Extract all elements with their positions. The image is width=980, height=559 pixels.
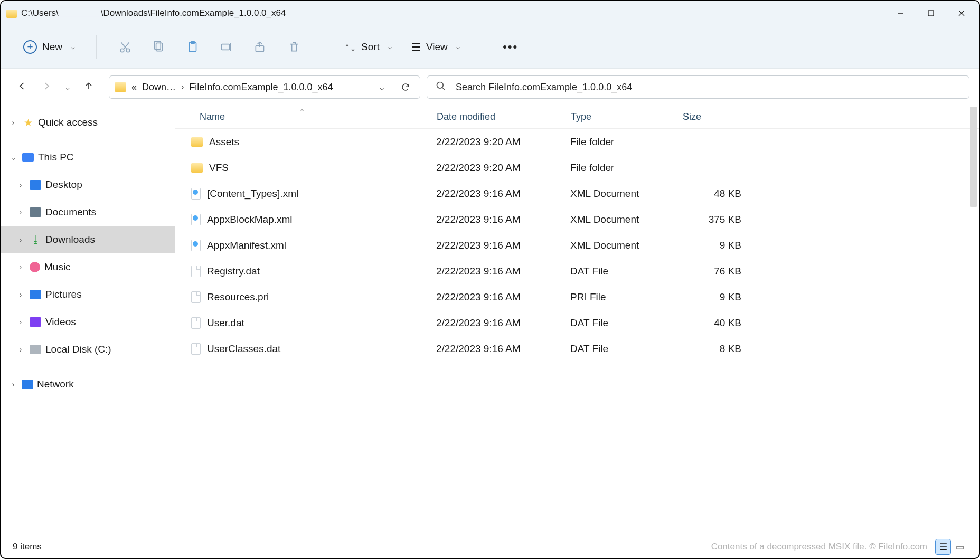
navigation-row: ⌵ « Down… › FileInfo.comExample_1.0.0.0_… <box>1 69 979 106</box>
separator <box>323 35 323 59</box>
videos-icon <box>30 317 41 327</box>
file-row[interactable]: User.dat2/22/2023 9:16 AMDAT File40 KB <box>175 310 979 336</box>
svg-point-13 <box>437 82 444 89</box>
redacted-username <box>59 8 101 16</box>
more-button[interactable]: ••• <box>496 36 525 58</box>
svg-rect-1 <box>928 11 934 16</box>
file-row[interactable]: UserClasses.dat2/22/2023 9:16 AMDAT File… <box>175 336 979 362</box>
column-name[interactable]: ⌃Name <box>175 111 429 122</box>
sidebar-label: Local Disk (C:) <box>45 344 111 355</box>
sidebar-documents[interactable]: ›Documents <box>1 198 175 226</box>
title-prefix: C:\Users\ <box>21 8 59 18</box>
file-type: File folder <box>563 136 675 148</box>
search-bar[interactable] <box>427 75 969 99</box>
file-icon <box>191 266 201 277</box>
file-type: PRI File <box>563 291 675 303</box>
file-name: Registry.dat <box>207 266 260 277</box>
sidebar-pictures[interactable]: ›Pictures <box>1 281 175 308</box>
chevron-down-icon: ⌵ <box>456 43 460 51</box>
sidebar-label: Network <box>37 378 74 390</box>
sidebar-label: Pictures <box>45 289 82 300</box>
file-date: 2/22/2023 9:20 AM <box>429 136 563 148</box>
cut-button[interactable] <box>110 36 140 58</box>
network-icon <box>22 380 33 389</box>
file-rows: Assets2/22/2023 9:20 AMFile folderVFS2/2… <box>175 129 979 362</box>
sidebar-videos[interactable]: ›Videos <box>1 308 175 336</box>
file-row[interactable]: Registry.dat2/22/2023 9:16 AMDAT File76 … <box>175 258 979 284</box>
column-size[interactable]: Size <box>675 111 749 122</box>
sidebar-quick-access[interactable]: ›★Quick access <box>1 109 175 136</box>
file-row[interactable]: [Content_Types].xml2/22/2023 9:16 AMXML … <box>175 181 979 206</box>
rename-button[interactable] <box>212 36 241 58</box>
search-icon <box>436 81 446 93</box>
file-size: 76 KB <box>675 266 749 277</box>
svg-line-14 <box>442 88 445 90</box>
file-date: 2/22/2023 9:16 AM <box>429 291 563 303</box>
plus-icon: + <box>23 40 37 54</box>
file-name: Resources.pri <box>207 291 269 303</box>
breadcrumb-overflow[interactable]: « <box>131 82 137 93</box>
chevron-right-icon: › <box>8 380 18 389</box>
close-button[interactable] <box>946 1 977 25</box>
recent-button[interactable]: ⌵ <box>65 83 70 91</box>
file-row[interactable]: AppxBlockMap.xml2/22/2023 9:16 AMXML Doc… <box>175 206 979 232</box>
folder-icon <box>115 82 126 92</box>
back-button[interactable] <box>17 81 27 93</box>
chevron-right-icon: › <box>16 235 25 244</box>
column-date[interactable]: Date modified <box>429 111 563 122</box>
refresh-button[interactable] <box>397 82 414 92</box>
share-button[interactable] <box>246 36 275 58</box>
column-label: Type <box>571 111 591 122</box>
details-view-button[interactable]: ☰ <box>936 539 950 554</box>
xml-icon <box>191 188 201 200</box>
sidebar-this-pc[interactable]: ⌵This PC <box>1 144 175 171</box>
up-button[interactable] <box>83 81 94 93</box>
sidebar-label: Desktop <box>45 179 82 191</box>
view-button[interactable]: ☰ View ⌵ <box>404 36 468 58</box>
sidebar-label: Music <box>44 261 71 273</box>
file-size: 9 KB <box>675 291 749 303</box>
delete-button[interactable] <box>279 36 309 58</box>
sidebar-local-disk[interactable]: ›Local Disk (C:) <box>1 336 175 363</box>
file-row[interactable]: VFS2/22/2023 9:20 AMFile folder <box>175 155 979 181</box>
new-button[interactable]: + New ⌵ <box>16 36 82 58</box>
desktop-icon <box>30 180 41 190</box>
thumbnails-view-button[interactable]: ▭ <box>953 539 967 554</box>
breadcrumb-current[interactable]: FileInfo.comExample_1.0.0.0_x64 <box>189 82 333 93</box>
sort-label: Sort <box>361 41 380 53</box>
folder-icon <box>191 163 203 173</box>
file-row[interactable]: Assets2/22/2023 9:20 AMFile folder <box>175 129 979 155</box>
file-name: AppxManifest.xml <box>207 240 286 251</box>
main-area: ›★Quick access ⌵This PC ›Desktop ›Docume… <box>1 106 979 537</box>
copy-button[interactable] <box>144 36 174 58</box>
scrollbar-thumb[interactable] <box>970 107 977 207</box>
file-type: XML Document <box>563 214 675 225</box>
breadcrumb-downloads[interactable]: Down… <box>142 82 176 93</box>
file-type: DAT File <box>563 266 675 277</box>
folder-icon <box>6 10 17 18</box>
file-name: VFS <box>209 162 229 174</box>
search-input[interactable] <box>456 82 960 93</box>
address-dropdown-button[interactable]: ⌵ <box>373 82 391 92</box>
chevron-right-icon: › <box>16 208 25 216</box>
svg-rect-7 <box>154 41 161 49</box>
minimize-button[interactable] <box>885 1 916 25</box>
disk-icon <box>30 345 41 354</box>
sidebar-desktop[interactable]: ›Desktop <box>1 171 175 198</box>
forward-button[interactable] <box>41 81 52 93</box>
file-date: 2/22/2023 9:16 AM <box>429 188 563 200</box>
sidebar-downloads[interactable]: ›⭳Downloads <box>1 226 175 253</box>
file-name: [Content_Types].xml <box>207 188 298 200</box>
file-row[interactable]: Resources.pri2/22/2023 9:16 AMPRI File9 … <box>175 284 979 310</box>
sort-button[interactable]: ↑↓ Sort ⌵ <box>337 36 400 58</box>
paste-button[interactable] <box>178 36 208 58</box>
view-icon: ☰ <box>411 41 421 53</box>
column-type[interactable]: Type <box>563 111 675 122</box>
maximize-button[interactable] <box>916 1 946 25</box>
file-type: DAT File <box>563 343 675 355</box>
sidebar-network[interactable]: ›Network <box>1 371 175 398</box>
address-bar[interactable]: « Down… › FileInfo.comExample_1.0.0.0_x6… <box>109 75 420 99</box>
column-label: Name <box>200 111 225 122</box>
file-row[interactable]: AppxManifest.xml2/22/2023 9:16 AMXML Doc… <box>175 232 979 258</box>
sidebar-music[interactable]: ›Music <box>1 253 175 281</box>
